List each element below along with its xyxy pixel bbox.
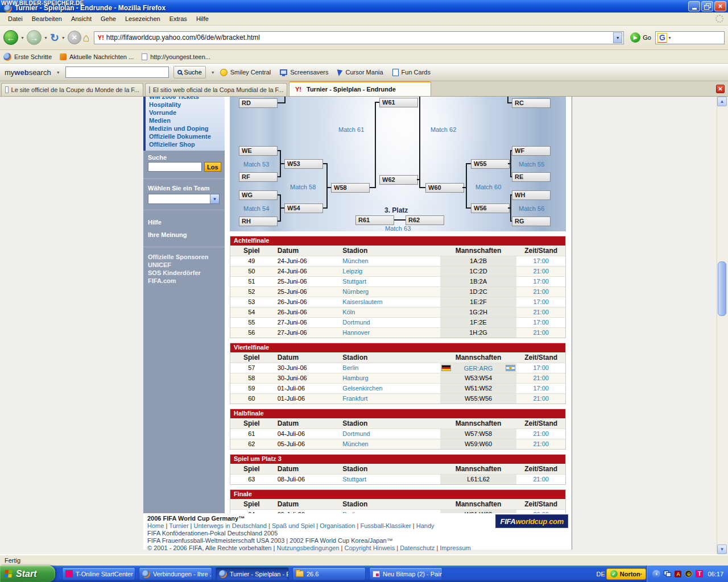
minimize-button[interactable] [688,1,700,11]
footer-link-fussball-klassiker[interactable]: Fussball-Klassiker [361,522,411,529]
restore-button[interactable] [701,1,713,11]
stadium-link[interactable]: Nürnberg [342,288,369,295]
sidebar-item-hilfe[interactable]: Hilfe [143,216,225,228]
stadium-link[interactable]: Dortmund [342,430,370,437]
mws-search-dropdown-icon[interactable]: ▼ [211,70,215,74]
time-link[interactable]: 17:00 [533,298,549,305]
menu-ansicht[interactable]: Ansicht [67,14,96,24]
reload-button[interactable]: ↻ [50,31,59,44]
stadium-link[interactable]: Gelsenkirchen [342,385,382,392]
antivirus-icon[interactable]: A [675,571,681,577]
vertical-scrollbar[interactable]: ▲ ▼ [717,97,726,554]
menu-extras[interactable]: Extras [165,14,192,24]
sidebar-sponsor-offizielle-sponsoren[interactable]: Offizielle Sponsoren [143,253,225,261]
home-button[interactable]: ⌂ [83,31,90,44]
bookmark-item[interactable]: Aktuelle Nachrichten ... [60,53,134,60]
bookmark-item[interactable]: http://youngest.teen... [142,53,210,60]
tab-close-icon[interactable]: ✕ [716,85,725,93]
sidebar-sponsor-fifa-com[interactable]: FIFA.com [143,277,225,285]
footer-link-unterwegs-in-deutschland[interactable]: Unterwegs in Deutschland [194,522,267,529]
sidebar-item-medien[interactable]: Medien [146,117,225,124]
mywebsearch-input[interactable] [65,66,169,78]
google-dropdown-icon[interactable]: ▼ [668,36,672,40]
time-link[interactable]: 21:00 [533,430,549,437]
close-button[interactable]: × [714,1,726,11]
reload-dropdown-icon[interactable]: ▼ [61,36,65,40]
footer-link-home[interactable]: Home [147,522,164,529]
stop-button[interactable]: ✕ [68,31,81,44]
taskbar-task[interactable]: T-Online StartCenter ... [62,567,135,580]
stadium-link[interactable]: Hamburg [342,375,368,381]
sidebar-item-offizieller-shop[interactable]: Offizieller Shop [146,140,225,148]
scroll-up-icon[interactable]: ▲ [717,97,727,106]
sidebar-item-wm-2006-tickets[interactable]: WM 2006 Tickets [146,97,225,101]
forward-dropdown-icon[interactable]: ▼ [44,36,48,40]
time-link[interactable]: 21:00 [533,440,549,447]
menu-bearbeiten[interactable]: Bearbeiten [27,14,67,24]
mws-search-button[interactable]: Suche [173,66,206,78]
stadium-link[interactable]: München [342,440,368,447]
menu-gehe[interactable]: Gehe [96,14,121,24]
sidebar-search-input[interactable] [148,162,202,172]
taskbar-task[interactable]: Neu Bitmap (2) - Paint [369,567,442,580]
teams-link[interactable]: GER:ARG [464,364,493,373]
taskbar-task[interactable]: 26.6 [292,567,366,580]
time-link[interactable]: 21:00 [533,268,549,275]
back-dropdown-icon[interactable]: ▼ [20,36,24,40]
team-select-dropdown[interactable]: ▼ [148,194,220,204]
sidebar-item-hospitality[interactable]: Hospitality [146,101,225,109]
stadium-link[interactable]: Kaiserslautern [342,298,382,305]
globe-icon[interactable]: ⊕ [685,570,692,577]
stadium-link[interactable]: Frankfurt [342,395,367,402]
mywebsearch-dropdown-icon[interactable]: ▼ [56,70,60,74]
url-dropdown-button[interactable]: ▼ [613,32,622,43]
fifaworldcup-logo[interactable]: FIFAworldcup.com [495,514,568,528]
mywebsearch-logo[interactable]: mywebsearch [5,68,51,77]
start-button[interactable]: Start [0,566,55,582]
tab-3[interactable]: Y!Turnier - Spielplan - Endrunde [289,81,431,96]
language-indicator[interactable]: DE [596,571,606,577]
time-link[interactable]: 17:00 [533,385,549,392]
sidebar-item-medizin-und-doping[interactable]: Medizin und Doping [146,124,225,132]
time-link[interactable]: 21:00 [533,395,549,402]
mws-link-screensavers[interactable]: Screensavers [280,69,328,76]
tray-chevron-icon[interactable]: ‹ [652,570,660,578]
google-icon[interactable]: G [657,33,667,43]
time-link[interactable]: 21:00 [533,375,549,381]
footer-link-turnier[interactable]: Turnier [169,522,188,529]
footer-link-copyright-hinweis[interactable]: Copyright Hinweis [345,544,395,551]
time-link[interactable]: 21:00 [533,288,549,295]
footer-link-handy[interactable]: Handy [416,522,435,529]
url-input[interactable] [106,34,613,41]
time-link[interactable]: 21:00 [533,329,549,336]
taskbar-clock[interactable]: 06:17 [706,571,723,577]
stadium-link[interactable]: Dortmund [342,319,370,326]
sidebar-item-vorrunde[interactable]: Vorrunde [146,109,225,117]
footer-link-nutzungsbedingungen[interactable]: Nutzungsbedingungen [276,544,339,551]
stadium-link[interactable]: Stuttgart [342,476,366,483]
footer-link-spa-und-spiel[interactable]: Spaß und Spiel [272,522,315,529]
taskbar-task[interactable]: Turnier - Spielplan - E... [216,567,289,580]
scroll-down-icon[interactable]: ▼ [717,544,727,554]
time-link[interactable]: 21:00 [533,476,549,483]
menu-datei[interactable]: Datei [3,14,27,24]
stadium-link[interactable]: Leipzig [342,268,362,275]
time-link[interactable]: 21:00 [533,309,549,315]
sidebar-sponsor-unicef[interactable]: UNICEF [143,261,225,269]
stadium-link[interactable]: Stuttgart [342,278,366,285]
menu-lesezeichen[interactable]: Lesezeichen [121,14,165,24]
time-link[interactable]: 17:00 [533,278,549,285]
sidebar-sponsor-sos-kinderd-rfer[interactable]: SOS Kinderdörfer [143,269,225,277]
stadium-link[interactable]: Berlin [342,364,358,371]
mws-link-smiley-central[interactable]: Smiley Central [220,69,271,76]
go-label[interactable]: Go [643,34,651,41]
network-icon[interactable] [664,571,671,577]
stadium-link[interactable]: Köln [342,309,355,315]
footer-link-impressum[interactable]: Impressum [440,544,470,551]
footer-link-organisation[interactable]: Organisation [320,522,355,529]
mws-link-cursor-mania[interactable]: Cursor Mania [338,69,383,76]
go-icon[interactable]: ▶ [630,32,640,43]
forward-button[interactable]: → [27,30,42,45]
t-online-tray-icon[interactable]: T [696,570,703,577]
menu-hilfe[interactable]: Hilfe [192,14,213,24]
